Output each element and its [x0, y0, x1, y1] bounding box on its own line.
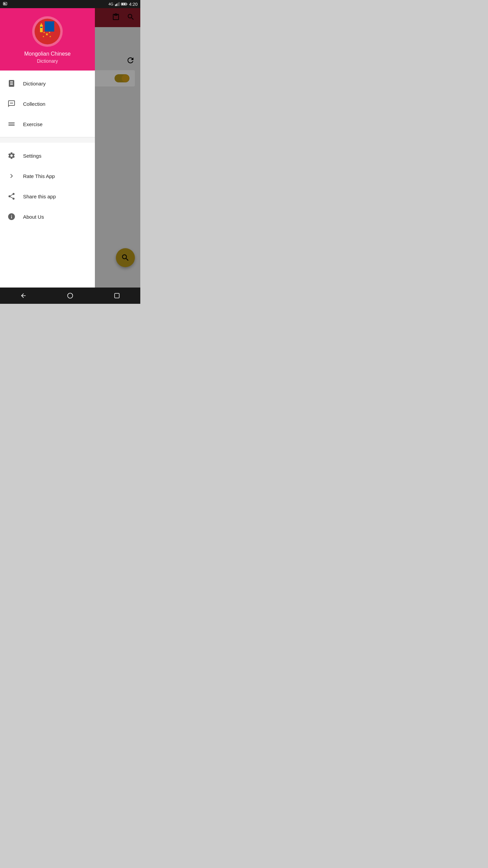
svg-rect-6	[119, 2, 119, 6]
drawer-item-dictionary[interactable]: Dictionary	[0, 73, 95, 94]
status-bar: 4G 4:20	[0, 0, 140, 8]
svg-rect-12	[45, 21, 54, 32]
drawer-item-exercise[interactable]: Exercise	[0, 114, 95, 134]
dictionary-label: Dictionary	[23, 81, 46, 86]
settings-label: Settings	[23, 153, 41, 159]
home-button[interactable]	[65, 290, 76, 301]
drawer-item-rate[interactable]: Rate This App	[0, 166, 95, 186]
section-divider	[0, 137, 95, 143]
settings-icon	[7, 151, 16, 160]
about-label: About Us	[23, 214, 44, 220]
app-icon: ★ ★ ★ ★ ★	[32, 16, 63, 47]
navigation-drawer: ★ ★ ★ ★ ★ Mongolian Chinese Dictionary D…	[0, 8, 95, 288]
svg-rect-3	[115, 4, 116, 6]
svg-rect-24	[9, 122, 10, 123]
svg-rect-26	[9, 125, 10, 126]
drawer-section-main: Dictionary Collection	[0, 71, 95, 137]
drawer-item-collection[interactable]: Collection	[0, 94, 95, 114]
book-icon	[7, 79, 16, 88]
app-name: Mongolian Chinese	[24, 51, 71, 57]
drawer-section-secondary: Settings Rate This App Share this	[0, 143, 95, 230]
drawer-item-about[interactable]: About Us	[0, 206, 95, 227]
svg-rect-25	[9, 124, 10, 124]
svg-rect-15	[40, 27, 42, 28]
network-indicator: 4G	[108, 2, 114, 6]
svg-rect-1	[4, 3, 5, 5]
rate-icon	[7, 171, 16, 181]
bottom-navigation	[0, 288, 140, 304]
exercise-icon	[7, 119, 16, 129]
svg-point-23	[12, 103, 13, 104]
status-bar-right: 4G 4:20	[108, 2, 138, 7]
svg-text:★: ★	[42, 35, 44, 38]
status-bar-left	[3, 2, 7, 6]
svg-rect-5	[117, 3, 118, 6]
svg-text:★: ★	[49, 35, 51, 38]
drawer-header: ★ ★ ★ ★ ★ Mongolian Chinese Dictionary	[0, 8, 95, 71]
rate-label: Rate This App	[23, 173, 55, 179]
recents-button[interactable]	[111, 290, 122, 301]
info-icon	[7, 212, 16, 221]
back-button[interactable]	[18, 290, 29, 301]
app-subtitle: Dictionary	[37, 58, 58, 64]
collection-icon	[7, 99, 16, 108]
svg-rect-2	[5, 3, 5, 5]
exercise-label: Exercise	[23, 121, 43, 127]
svg-rect-14	[41, 23, 42, 25]
collection-label: Collection	[23, 101, 45, 107]
svg-text:★: ★	[45, 32, 49, 37]
svg-rect-4	[116, 4, 117, 6]
drawer-item-settings[interactable]: Settings	[0, 145, 95, 166]
svg-rect-8	[126, 4, 127, 5]
share-label: Share this app	[23, 194, 56, 199]
svg-rect-13	[40, 25, 43, 32]
svg-rect-28	[115, 293, 119, 298]
share-icon	[7, 192, 16, 201]
clock: 4:20	[129, 2, 138, 7]
svg-point-22	[11, 103, 12, 104]
svg-text:★: ★	[43, 31, 45, 34]
svg-point-21	[10, 103, 11, 104]
drawer-items-container: Dictionary Collection	[0, 71, 95, 288]
svg-text:★: ★	[48, 31, 50, 34]
drawer-item-share[interactable]: Share this app	[0, 186, 95, 206]
svg-point-27	[68, 293, 73, 298]
